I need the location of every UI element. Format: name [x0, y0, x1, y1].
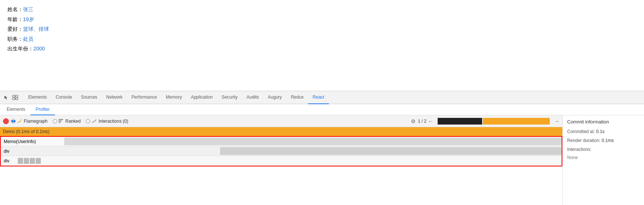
devtools-main: Flamegraph Ranked	[0, 115, 562, 205]
nav-back-arrow[interactable]: ←	[428, 118, 433, 124]
flame-row-memo[interactable]: Memo(UserInfo)	[1, 137, 562, 146]
render-duration-row: Render duration: 0.1ms	[567, 137, 640, 144]
ranked-radio-group[interactable]: Ranked	[53, 119, 81, 124]
subtab-profiler[interactable]: Profiler	[30, 104, 55, 115]
flame-bar-div1	[220, 147, 562, 155]
svg-rect-4	[59, 119, 63, 120]
tab-application[interactable]: Application	[186, 91, 217, 104]
tab-performance[interactable]: Performance	[127, 91, 161, 104]
info-birth: 出生年份：2000	[7, 44, 637, 54]
flame-small-bars	[18, 158, 41, 164]
committed-at-row: Committed at: 0.1s	[567, 128, 640, 135]
info-age: 年龄：19岁	[7, 14, 637, 24]
nav-counter: 1 / 2	[418, 119, 426, 124]
devtools-body: Flamegraph Ranked	[0, 115, 644, 205]
tab-elements[interactable]: Elements	[24, 91, 51, 104]
info-name: 姓名：张三	[7, 4, 637, 14]
right-panel: Commit information Committed at: 0.1s Re…	[562, 115, 644, 205]
svg-rect-0	[13, 95, 15, 97]
commit-navigation: 1 / 2 ←	[418, 118, 433, 124]
svg-rect-6	[59, 122, 61, 123]
inspect-icon[interactable]	[12, 94, 19, 101]
small-bar-4	[36, 158, 41, 164]
tab-network[interactable]: Network	[102, 91, 127, 104]
interactions-row: Interactions:	[567, 146, 640, 153]
flamegraph-radio-group[interactable]: Flamegraph	[11, 119, 48, 124]
svg-rect-3	[16, 98, 18, 100]
svg-rect-2	[13, 98, 15, 100]
commit-bars	[438, 118, 550, 125]
info-hobby: 爱好：篮球、排球	[7, 24, 637, 34]
nav-forward-arrow[interactable]: →	[554, 118, 559, 124]
small-bar-3	[30, 158, 35, 164]
tab-audits[interactable]: Audits	[242, 91, 263, 104]
devtools-top-tabbar: Elements Console Sources Network Perform…	[0, 91, 644, 104]
tab-augury[interactable]: Augury	[264, 91, 287, 104]
svg-rect-1	[16, 95, 18, 97]
tab-security[interactable]: Security	[217, 91, 242, 104]
ranked-radio[interactable]	[53, 119, 57, 123]
profiler-toolbar: Flamegraph Ranked	[0, 115, 562, 127]
cursor-icon[interactable]	[3, 94, 10, 101]
info-job: 职务：处员	[7, 34, 637, 44]
gear-icon[interactable]: ⚙	[411, 118, 416, 124]
small-bar-2	[24, 158, 29, 164]
demo-bar[interactable]: Demo (0.1ms of 0.1ms)	[0, 127, 562, 136]
flame-row-div1[interactable]: div	[1, 146, 562, 156]
subtab-elements[interactable]: Elements	[1, 104, 30, 115]
devtools-sub-tabbar: Elements Profiler	[0, 104, 644, 115]
flame-bar-memo	[64, 138, 562, 145]
flame-row-div2[interactable]: div	[1, 156, 562, 166]
flamegraph-radio[interactable]	[11, 119, 16, 123]
small-bar-1	[18, 158, 23, 164]
page-content: 姓名：张三 年龄：19岁 爱好：篮球、排球 职务：处员 出生年份：2000	[0, 0, 644, 91]
devtools-icons	[1, 94, 20, 101]
record-button[interactable]	[3, 118, 9, 124]
interactions-radio[interactable]	[86, 119, 90, 123]
interactions-radio-group[interactable]: Interactions (0)	[86, 119, 128, 124]
tab-react[interactable]: React	[308, 91, 328, 104]
interactions-none: None	[567, 155, 640, 160]
tab-sources[interactable]: Sources	[76, 91, 102, 104]
svg-rect-5	[59, 120, 62, 122]
devtools-panel: Elements Console Sources Network Perform…	[0, 91, 644, 205]
flame-rows-container: Memo(UserInfo) div div	[0, 136, 562, 166]
commit-bar-2[interactable]	[483, 118, 550, 125]
flamegraph-area: Demo (0.1ms of 0.1ms) Memo(UserInfo) div	[0, 127, 562, 205]
commit-bar-1[interactable]	[438, 118, 482, 125]
tab-console[interactable]: Console	[51, 91, 76, 104]
tab-memory[interactable]: Memory	[161, 91, 186, 104]
tab-redux[interactable]: Redux	[287, 91, 308, 104]
right-panel-title: Commit information	[567, 119, 640, 125]
